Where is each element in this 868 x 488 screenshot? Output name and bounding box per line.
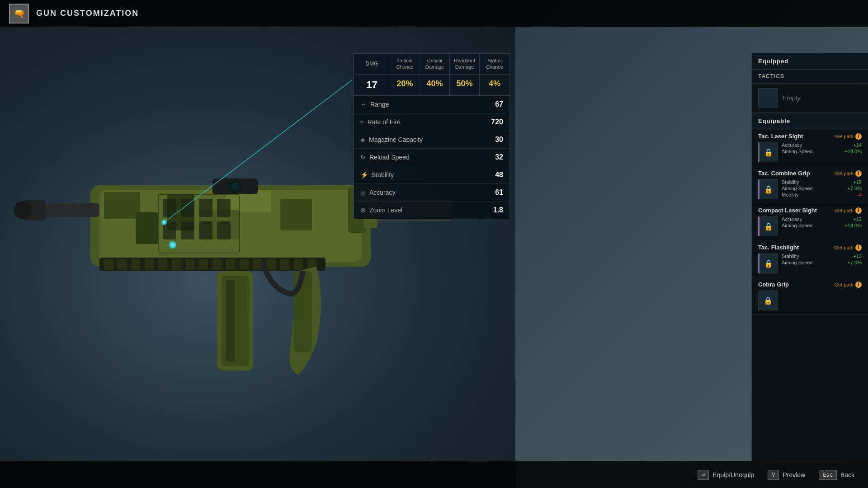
equip-stat-value: +14.0% — [844, 223, 862, 228]
stat-row: ⚡ Stability 48 — [354, 166, 509, 184]
equip-item-getpath[interactable]: Get path i — [835, 207, 862, 214]
equip-item[interactable]: Tac. Flashlight Get path i 🔒 Stability +… — [752, 240, 868, 277]
info-badge: i — [855, 207, 862, 214]
equipped-slot[interactable]: Empty — [752, 84, 868, 113]
stat-name: Stability — [372, 171, 394, 178]
equip-item-body: 🔒 Stability +19 Aiming Speed +7.0% Mobil… — [758, 179, 862, 199]
back-label: Back — [840, 471, 854, 479]
stat-row: ◎ Accuracy 61 — [354, 184, 509, 202]
equip-item[interactable]: Tac. Combine Grip Get path i 🔒 Stability… — [752, 166, 868, 203]
equip-item-getpath[interactable]: Get path i — [835, 170, 862, 177]
stat-name: Rate of Fire — [368, 118, 401, 126]
svg-rect-44 — [181, 221, 194, 239]
svg-rect-41 — [199, 199, 212, 217]
equip-item-header: Compact Laser Sight Get path i — [758, 207, 862, 214]
stat-label: ⊕ Zoom Level — [360, 206, 402, 214]
equip-item-header: Tac. Combine Grip Get path i — [758, 170, 862, 177]
svg-rect-12 — [145, 259, 154, 270]
svg-rect-6 — [136, 212, 158, 244]
stat-header-headshot: Headshot Damage — [450, 54, 480, 74]
info-badge: i — [855, 282, 862, 288]
svg-rect-22 — [280, 259, 289, 270]
stat-name: Reload Speed — [369, 154, 410, 161]
equip-stat-value: +12 — [853, 216, 862, 222]
svg-rect-43 — [163, 221, 176, 239]
stat-row: ↔ Range 67 — [354, 96, 509, 113]
preview-label: Preview — [783, 471, 805, 479]
stat-value: 48 — [495, 171, 503, 179]
topbar: 🔫 GUN CUSTOMIZATION — [0, 0, 868, 27]
equipped-title: Equipped — [752, 53, 868, 70]
stat-header-dmg: DMG — [354, 54, 390, 74]
stat-icon: ◈ — [360, 136, 365, 143]
stat-row: ⊕ Zoom Level 1.8 — [354, 202, 509, 219]
stat-value: 67 — [495, 100, 503, 108]
svg-rect-17 — [212, 259, 222, 270]
svg-point-28 — [14, 201, 32, 219]
topbar-title: GUN CUSTOMIZATION — [36, 9, 139, 18]
equip-stat-label: Aiming Speed — [782, 149, 813, 154]
equip-item-thumb: 🔒 — [758, 253, 778, 273]
equip-item[interactable]: Cobra Grip Get path i 🔒 — [752, 277, 868, 314]
right-panel[interactable]: Equipped TACTICS Empty Equipable Tac. La… — [751, 53, 868, 461]
equip-item-getpath[interactable]: Get path i — [835, 244, 862, 251]
equip-stat-value: +7.0% — [848, 186, 862, 191]
tactics-title: TACTICS — [752, 70, 868, 84]
equip-item-body: 🔒 Accuracy +14 Aiming Speed +14.0% — [758, 142, 862, 162]
equip-stat-value: +19 — [853, 179, 862, 185]
svg-rect-18 — [226, 259, 235, 270]
equip-item-header: Cobra Grip Get path i — [758, 281, 862, 288]
info-badge: i — [855, 244, 862, 251]
equip-item-thumb: 🔒 — [758, 142, 778, 162]
equip-stat-row: Stability +13 — [782, 253, 862, 259]
svg-rect-32 — [226, 280, 235, 361]
equip-item-header: Tac. Laser Sight Get path i — [758, 133, 862, 140]
equipable-title: Equipable — [752, 113, 868, 129]
stat-label: ◈ Magazine Capacity — [360, 136, 423, 143]
equip-item[interactable]: Compact Laser Sight Get path i 🔒 Accurac… — [752, 203, 868, 240]
equip-stat-row: Aiming Speed +7.0% — [782, 186, 862, 191]
equip-stat-value: -4 — [857, 192, 862, 197]
equip-item-body: 🔒 Stability +13 Aiming Speed +7.0% — [758, 253, 862, 273]
stat-label: ◎ Accuracy — [360, 189, 396, 196]
stat-icon: ◎ — [360, 189, 366, 196]
stat-val-crit-chance: 20% — [390, 75, 420, 95]
stat-header-status: Status Chance — [480, 54, 509, 74]
svg-rect-2 — [104, 192, 140, 219]
equip-item-getpath[interactable]: Get path i — [835, 133, 862, 140]
equip-stat-label: Stability — [782, 179, 799, 185]
stat-header-crit-chance: Critical Chance — [390, 54, 420, 74]
lock-icon: 🔒 — [764, 148, 773, 157]
lock-icon: 🔒 — [764, 185, 773, 194]
equip-action[interactable]: ⏎ Equip/Unequip — [698, 470, 754, 480]
lock-icon: 🔒 — [764, 222, 773, 231]
equip-stat-row: Aiming Speed +14.0% — [782, 223, 862, 228]
equip-stat-value: +14 — [853, 142, 862, 148]
equip-stat-label: Aiming Speed — [782, 260, 813, 265]
preview-action[interactable]: V Preview — [768, 470, 805, 480]
equip-stat-value: +13 — [853, 253, 862, 259]
topbar-icon: 🔫 — [9, 4, 29, 23]
bottom-bar: ⏎ Equip/Unequip V Preview Esc Back — [0, 461, 868, 488]
stat-name: Magazine Capacity — [369, 136, 423, 143]
equip-stat-label: Aiming Speed — [782, 186, 813, 191]
equipped-slot-image — [758, 88, 778, 108]
svg-rect-19 — [240, 259, 249, 270]
equip-item-stats: Accuracy +14 Aiming Speed +14.0% — [782, 142, 862, 162]
stat-value: 720 — [491, 118, 503, 126]
back-action[interactable]: Esc Back — [819, 470, 854, 480]
svg-rect-45 — [199, 221, 212, 239]
svg-point-35 — [231, 183, 239, 190]
stat-label: ≈ Rate of Fire — [360, 118, 401, 126]
equip-item-name: Compact Laser Sight — [758, 207, 817, 214]
equip-stat-label: Accuracy — [782, 142, 802, 148]
info-badge: i — [855, 133, 862, 140]
equip-item-getpath[interactable]: Get path i — [835, 282, 862, 288]
equip-item-thumb: 🔒 — [758, 179, 778, 199]
svg-rect-13 — [158, 259, 167, 270]
back-key: Esc — [819, 470, 837, 480]
equip-stat-label: Mobility — [782, 192, 798, 197]
svg-rect-15 — [185, 259, 194, 270]
equip-item[interactable]: Tac. Laser Sight Get path i 🔒 Accuracy +… — [752, 129, 868, 166]
equipable-list: Tac. Laser Sight Get path i 🔒 Accuracy +… — [752, 129, 868, 314]
